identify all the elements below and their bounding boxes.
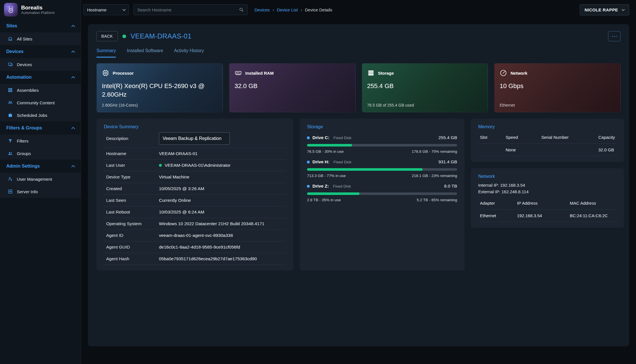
breadcrumb-separator: › [272, 7, 274, 12]
rabbit-logo-icon [4, 3, 18, 17]
tab-installed-software[interactable]: Installed Software [127, 48, 163, 58]
back-button[interactable]: BACK [96, 31, 118, 41]
drive-c-row: Drive C: Fixed Disk 255.4 GB 76.5 GB - 3… [307, 135, 457, 154]
panel-title: Memory [478, 124, 617, 129]
summary-row-agent-id: Agent ID veeam-draas-01-agent-svc-8930a3… [104, 230, 286, 241]
description-input[interactable] [159, 132, 230, 145]
brand-text: Borealis Automation Platform [21, 5, 55, 15]
summary-row-agent-guid: Agent GUID de16c0c1-8aa2-4d18-9585-9ce91… [104, 241, 286, 253]
user-menu-button[interactable]: NICOLE RAPPE [580, 4, 629, 15]
briefcase-icon [7, 113, 13, 118]
sidebar-item-label: Devices [17, 62, 32, 67]
sidebar-item-user-management[interactable]: User Management [0, 173, 81, 185]
drive-bullet-icon [307, 137, 310, 139]
sidebar-item-label: Assemblies [17, 88, 39, 93]
card-label: Storage [378, 71, 394, 76]
card-value: 32.0 GB [235, 82, 343, 90]
page-header: BACK VEEAM-DRAAS-01 ⋯ [96, 31, 621, 41]
search-field-dropdown[interactable]: Hostname [83, 4, 129, 15]
card-value: 255.4 GB [367, 82, 476, 90]
drive-bullet-icon [307, 185, 310, 188]
devices-icon [7, 62, 13, 67]
chevron-up-icon [71, 50, 75, 54]
panel-title: Storage [307, 124, 457, 129]
card-value: 10 Gbps [500, 82, 608, 90]
brand-subtitle: Automation Platform [21, 11, 55, 15]
breadcrumb-device-list[interactable]: Device List [277, 7, 298, 12]
summary-row-description: Description [104, 129, 286, 148]
sidebar: Borealis Automation Platform Sites All S… [0, 0, 81, 364]
more-options-button[interactable]: ⋯ [608, 31, 621, 41]
summary-row-last-seen: Last Seen Currently Online [104, 195, 286, 206]
sidebar-item-filters[interactable]: Filters [0, 135, 81, 147]
tab-bar: Summary Installed Software Activity Hist… [96, 48, 621, 58]
sidebar-item-devices[interactable]: Devices [0, 58, 81, 71]
drive-remaining-text: 218.1 GB - 23% remaining [412, 174, 457, 178]
network-panel: Network Internal IP: 192.168.3.54 Extern… [471, 168, 624, 228]
summary-row-operating-system: Operating System Windows 10 2022 Datacen… [104, 218, 286, 230]
breadcrumb-devices[interactable]: Devices [255, 7, 270, 12]
chevron-up-icon [71, 165, 75, 169]
sidebar-section-devices[interactable]: Devices [0, 45, 81, 58]
sidebar-items-filters-groups: Filters Groups [0, 135, 81, 160]
building-icon [7, 36, 13, 41]
sidebar-item-server-info[interactable]: Server Info [0, 185, 81, 198]
online-status-dot [159, 164, 162, 167]
network-table: Adapter IP Address MAC Address Ethernet … [478, 197, 617, 222]
network-card: Network 10 Gbps Ethernet [494, 63, 621, 112]
sidebar-item-scheduled-jobs[interactable]: Scheduled Jobs [0, 109, 81, 121]
user-gear-icon [7, 176, 13, 182]
search-input[interactable] [137, 7, 237, 12]
breadcrumb-separator: › [301, 7, 302, 12]
server-icon [7, 189, 13, 194]
drive-remaining-text: 5.2 TB - 65% remaining [417, 198, 457, 202]
drive-bullet-icon [307, 161, 310, 163]
drive-remaining-text: 178.8 GB - 70% remaining [412, 149, 457, 154]
sidebar-item-community-content[interactable]: Community Content [0, 96, 81, 109]
sidebar-item-assemblies[interactable]: Assemblies [0, 84, 81, 96]
sidebar-item-groups[interactable]: Groups [0, 147, 81, 160]
sidebar-section-filters-groups[interactable]: Filters & Groups [0, 121, 81, 135]
tab-summary[interactable]: Summary [96, 48, 116, 58]
device-details-panel: BACK VEEAM-DRAAS-01 ⋯ Summary Installed … [88, 24, 629, 346]
device-summary-panel: Device Summary Description Hostname VEEA… [96, 119, 293, 271]
sidebar-section-label: Admin Settings [6, 164, 40, 169]
sidebar-section-label: Sites [6, 23, 17, 29]
people-icon [7, 100, 13, 105]
summary-row-agent-hash: Agent Hash 05ba0e7935171d626ecea29b27d7a… [104, 253, 286, 265]
storage-icon [367, 69, 375, 77]
network-table-row: Ethernet 192.168.3.54 BC:24:11:CA:C6:2C [478, 210, 617, 222]
panel-title: Network [478, 174, 617, 179]
card-label: Processor [113, 71, 134, 76]
search-icon[interactable] [239, 7, 244, 12]
card-footer: 76.5 GB of 255.4 GB used [367, 103, 414, 107]
sidebar-item-label: User Management [17, 177, 52, 182]
grid-icon [7, 88, 13, 93]
drive-usage-bar [307, 192, 457, 195]
chevron-up-icon [71, 25, 75, 29]
panel-title: Device Summary [104, 124, 286, 129]
brand-name: Borealis [21, 5, 55, 11]
external-ip: External IP: 162.248.8.114 [478, 188, 617, 195]
chevron-up-icon [71, 76, 75, 80]
sidebar-section-automation[interactable]: Automation [0, 71, 81, 84]
groups-icon [7, 151, 13, 156]
tab-activity-history[interactable]: Activity History [174, 48, 204, 58]
summary-row-last-user: Last User VEEAM-DRAAS-01\Administrator [104, 160, 286, 171]
sidebar-item-all-sites[interactable]: All Sites [0, 32, 81, 45]
sidebar-section-sites[interactable]: Sites [0, 19, 81, 32]
search-box [134, 4, 248, 15]
sidebar-item-label: Filters [17, 139, 29, 143]
sidebar-section-admin-settings[interactable]: Admin Settings [0, 160, 81, 173]
summary-row-device-type: Device Type Virtual Machine [104, 171, 286, 183]
card-footer: Ethernet [500, 103, 515, 107]
card-label: Installed RAM [245, 71, 274, 76]
card-footer: 2.60GHz (16-Cores) [102, 103, 138, 107]
memory-table-header: Slot Speed Serial Number Capacity [478, 131, 617, 144]
drive-usage-bar [307, 168, 457, 171]
storage-card: Storage 255.4 GB 76.5 GB of 255.4 GB use… [362, 63, 488, 112]
topbar: Hostname Devices › Device List › Device … [81, 0, 636, 19]
sidebar-items-devices: Devices [0, 58, 81, 71]
summary-row-created: Created 10/05/2025 @ 3:26 AM [104, 183, 286, 195]
card-value: Intel(R) Xeon(R) CPU E5-2690 v3 @ 2.60GH… [102, 82, 210, 99]
